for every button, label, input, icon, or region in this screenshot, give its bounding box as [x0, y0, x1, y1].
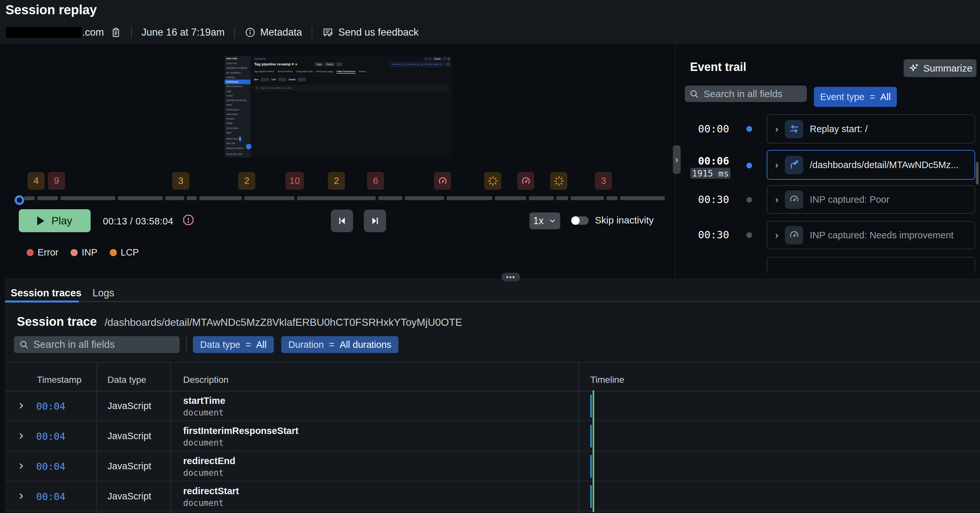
sparkle-icon — [908, 62, 920, 74]
bottom-section: Session traces Logs Session trace /dashb… — [0, 279, 980, 513]
col-description[interactable]: Description — [183, 363, 229, 391]
data-type-filter-chip[interactable]: Data type = All — [193, 336, 274, 353]
timeline-marker-inp-icon[interactable] — [434, 172, 451, 190]
legend-lcp: LCP — [110, 247, 139, 258]
timeline-marker-lcp-count[interactable]: 3 — [172, 172, 189, 190]
trace-row[interactable]: 00:04 JavaScript redirectStart document — [4, 481, 980, 511]
chevron-right-icon[interactable] — [17, 492, 25, 502]
trace-search-input[interactable]: Search in all fields — [14, 336, 180, 353]
route-change-icon — [785, 156, 803, 174]
chevron-right-icon[interactable] — [17, 462, 25, 472]
trace-path: /dashboards/detail/MTAwNDc5MzZ8VklafERBU… — [105, 316, 462, 328]
legend-inp: INP — [70, 247, 97, 258]
timeline-marker-error-count[interactable]: 9 — [48, 172, 65, 190]
chevron-right-icon[interactable]: › — [775, 159, 778, 170]
timeline-marker-lcp-count[interactable]: 2 — [328, 172, 345, 190]
copy-icon[interactable] — [110, 26, 121, 38]
event-type-filter-chip[interactable]: Event type = All — [814, 87, 897, 107]
col-timestamp[interactable]: Timestamp — [38, 363, 80, 391]
duration-filter-chip[interactable]: Duration = All durations — [281, 336, 398, 353]
timeline-marker-error-count[interactable]: 3 — [595, 172, 612, 190]
error-dot — [27, 249, 33, 256]
chevron-down-icon — [548, 217, 557, 225]
domain-suffix: .com — [82, 27, 104, 38]
redacted-domain — [6, 27, 81, 38]
gauge-icon — [520, 175, 531, 186]
event-duration-badge: 1915 ms — [690, 168, 730, 179]
scrollbar-thumb[interactable] — [976, 162, 979, 185]
thumb-dashboard-title: Tag pipeline revamp ▾ ★ — [254, 62, 298, 66]
render-burst-icon — [553, 175, 565, 187]
replay-viewport[interactable]: new relic Quick Find Integrations & Agen… — [224, 56, 452, 158]
event-trail-title: Event trail — [690, 60, 746, 74]
timeline-marker-inp-icon[interactable] — [517, 172, 535, 190]
timeline-bar — [590, 425, 592, 448]
feedback-icon — [322, 27, 334, 38]
timeline-bar — [590, 395, 592, 417]
trace-row[interactable]: 00:04 JavaScript startTime document — [4, 391, 980, 421]
metadata-button[interactable]: Metadata — [245, 27, 302, 38]
tab-session-traces[interactable]: Session traces — [11, 287, 81, 299]
trace-row[interactable]: 00:04 JavaScript firstInterimResponseSta… — [4, 421, 980, 451]
play-button[interactable]: Play — [19, 209, 91, 232]
thumb-time-range: From Jun 13, 11:20 am to Jun 13, 02:20 p… — [390, 62, 444, 66]
thumb-breadcrumb: Dashboards — [254, 57, 266, 60]
thumb-main: Dashboards Share Tag pipeline revamp ▾ ★… — [250, 56, 452, 158]
search-icon — [689, 89, 699, 99]
event-row-replay-start[interactable]: › Replay start: / — [767, 114, 975, 143]
divider — [234, 27, 235, 38]
event-row-route-change[interactable]: › /dashboards/detail/MTAwNDc5Mz... — [767, 150, 975, 180]
chevron-right-icon[interactable]: › — [775, 194, 778, 205]
event-search-input[interactable]: Search in all fields — [685, 86, 807, 102]
event-row-partial[interactable] — [767, 257, 975, 272]
chevron-right-icon[interactable] — [17, 401, 25, 411]
tab-logs[interactable]: Logs — [92, 287, 114, 299]
timeline-marker-error-count[interactable]: 6 — [367, 172, 384, 190]
info-icon — [245, 27, 256, 38]
event-row-inp-needs-improvement[interactable]: › INP captured: Needs improvement — [767, 221, 975, 249]
time-display: 00:13 / 03:58:04 — [103, 216, 173, 227]
session-trace-header: Session trace /dashboards/detail/MTAwNDc… — [17, 315, 462, 329]
gauge-icon — [785, 226, 803, 245]
timeline-marker-error-count[interactable]: 10 — [285, 172, 304, 190]
playhead[interactable] — [14, 195, 24, 205]
col-data-type[interactable]: Data type — [107, 363, 146, 391]
skip-inactivity-toggle[interactable] — [571, 216, 589, 225]
timeline-bar — [590, 455, 592, 478]
event-trail-panel: Event trail Summarize Search in all fiel… — [675, 44, 980, 285]
skip-forward-button[interactable] — [364, 210, 386, 232]
page-header: Session replay .com June 16 at 7:19am Me… — [0, 0, 980, 44]
timeline-marker-lcp-count[interactable]: 4 — [27, 172, 45, 190]
trace-row[interactable]: 00:04 JavaScript redirectEnd document — [4, 451, 980, 481]
thumb-brand: new relic — [226, 57, 249, 60]
lcp-dot — [110, 249, 117, 256]
event-time: 00:06 — [698, 155, 729, 167]
thumb-avatar — [447, 57, 450, 61]
event-row-inp-poor[interactable]: › INP captured: Poor — [767, 185, 975, 214]
skip-inactivity-label: Skip inactivity — [595, 215, 654, 226]
legend-error: Error — [27, 247, 58, 258]
event-dot — [746, 126, 752, 132]
timeline-marker-lcp-icon[interactable] — [484, 172, 501, 190]
render-burst-icon — [487, 175, 499, 187]
search-icon — [19, 340, 29, 349]
event-dot — [746, 163, 752, 169]
event-time: 00:00 — [698, 123, 729, 135]
summarize-button[interactable]: Summarize — [904, 59, 977, 77]
chevron-right-icon[interactable]: › — [775, 123, 778, 134]
expand-handle[interactable]: ••• — [501, 273, 520, 282]
timeline-scrubber[interactable] — [0, 194, 675, 208]
page-title: Session replay — [5, 3, 97, 17]
session-trace-title: Session trace — [17, 315, 97, 329]
play-icon — [37, 216, 45, 225]
skip-back-button[interactable] — [331, 210, 353, 232]
alert-octagon-icon[interactable] — [182, 214, 194, 227]
timeline-marker-lcp-count[interactable]: 2 — [238, 172, 255, 190]
timeline-marker-lcp-icon[interactable] — [550, 172, 567, 190]
playback-speed-select[interactable]: 1x — [530, 212, 560, 229]
replay-section: new relic Quick Find Integrations & Agen… — [0, 44, 980, 279]
chevron-right-icon[interactable] — [17, 432, 25, 441]
feedback-button[interactable]: Send us feedback — [322, 27, 418, 38]
col-timeline[interactable]: Timeline — [590, 363, 624, 391]
chevron-right-icon[interactable]: › — [775, 229, 778, 241]
